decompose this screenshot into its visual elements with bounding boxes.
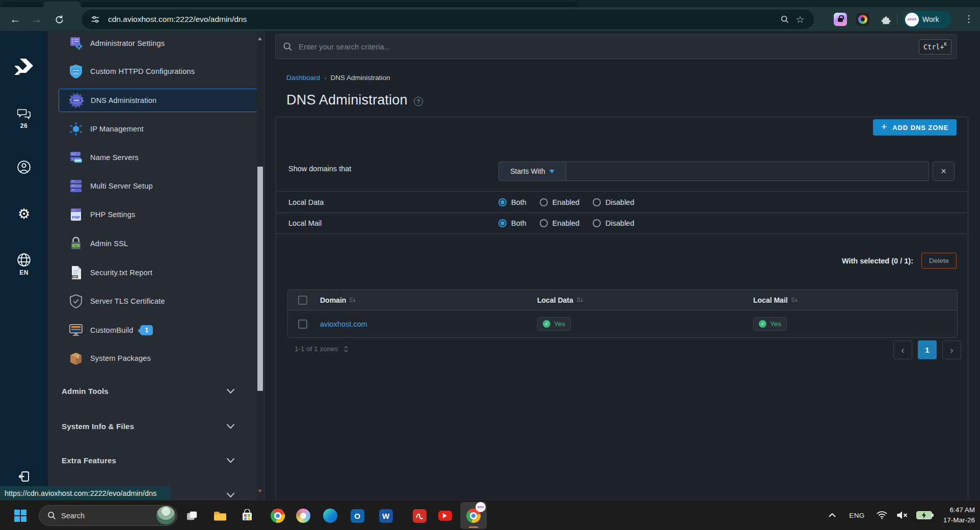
- up-down-arrows-icon[interactable]: [343, 346, 349, 353]
- domain-link[interactable]: avioxhost.com: [320, 320, 367, 328]
- clear-filter-button[interactable]: ×: [933, 162, 955, 181]
- domain-filter-input[interactable]: [566, 162, 929, 181]
- sort-icon[interactable]: [577, 297, 584, 303]
- browser-active-tab[interactable]: [44, 2, 81, 7]
- pagination-summary-row[interactable]: 1-1 of 1 zones: [295, 345, 349, 353]
- hidden-icons-button[interactable]: [829, 513, 836, 517]
- row-checkbox-cell: [288, 320, 312, 329]
- url-text[interactable]: cdn.avioxhost.com:2222/evo/admin/dns: [108, 15, 777, 24]
- show-domains-label: Show domains that: [288, 165, 351, 173]
- radio-local-mail-disabled[interactable]: Disabled: [593, 219, 634, 227]
- current-page-button[interactable]: 1: [918, 340, 937, 359]
- account-rail-button[interactable]: [0, 160, 48, 174]
- next-page-button[interactable]: ›: [942, 340, 961, 359]
- logout-rail-button[interactable]: [0, 470, 48, 483]
- zoom-page-icon[interactable]: [777, 12, 792, 27]
- radio-local-mail-enabled[interactable]: Enabled: [540, 219, 579, 227]
- custombuild-badge: 1: [140, 325, 153, 335]
- chrome-button[interactable]: [270, 508, 285, 523]
- header-domain[interactable]: Domain: [312, 296, 529, 304]
- taskbar-search-box[interactable]: Search: [39, 505, 177, 526]
- ip-network-icon: [68, 121, 84, 137]
- radio-local-data-enabled[interactable]: Enabled: [540, 198, 579, 206]
- prev-page-button[interactable]: ‹: [893, 340, 912, 359]
- sidebar-item-administrator-settings[interactable]: Administrator Settings: [59, 32, 258, 55]
- language-rail-button[interactable]: EN: [0, 253, 48, 276]
- directadmin-logo[interactable]: [0, 58, 48, 75]
- edge-button[interactable]: [323, 508, 338, 523]
- sidebar-section-admin-tools[interactable]: Admin Tools: [62, 384, 258, 398]
- toolbar-separator: [897, 14, 897, 24]
- sidebar-item-custombuild[interactable]: CustomBuild 1: [59, 319, 258, 342]
- sidebar-item-multi-server-setup[interactable]: Multi Server Setup: [59, 174, 258, 198]
- bookmark-star-icon[interactable]: ☆: [792, 12, 808, 27]
- chrome-active-button[interactable]: AVIOX: [460, 502, 487, 529]
- browser-profile-chip[interactable]: AVIOX Work: [903, 11, 951, 28]
- youtube-button[interactable]: [437, 508, 453, 523]
- task-view-button[interactable]: [184, 508, 199, 523]
- scroll-down-arrow[interactable]: [258, 490, 262, 495]
- header-local-mail[interactable]: Local Mail: [746, 296, 957, 304]
- sidebar-item-ip-management[interactable]: IP Management: [59, 117, 258, 141]
- search-input[interactable]: [299, 42, 919, 51]
- file-explorer-button[interactable]: [213, 508, 228, 523]
- sidebar-item-security-txt[interactable]: TXT Security.txt Report: [59, 261, 258, 284]
- header-local-data[interactable]: Local Data: [529, 296, 746, 304]
- local-data-filter-row: Local Data Both Enabled Disabled: [276, 191, 968, 213]
- select-all-checkbox[interactable]: [298, 296, 307, 305]
- start-button[interactable]: [13, 508, 28, 523]
- breadcrumb-dashboard[interactable]: Dashboard: [286, 74, 320, 82]
- microsoft-store-button[interactable]: [240, 508, 255, 523]
- sidebar-item-system-packages[interactable]: System Packages: [59, 347, 258, 370]
- section-label: System Info & Files: [62, 422, 134, 431]
- sidebar-item-admin-ssl[interactable]: SSL Admin SSL: [59, 232, 258, 255]
- clock[interactable]: 6:47 AM 17-Mar-26: [943, 505, 975, 525]
- messages-rail-button[interactable]: 26: [0, 109, 48, 129]
- sidebar-section-extra-features[interactable]: Extra Features: [62, 453, 258, 467]
- match-type-dropdown[interactable]: Starts With: [498, 162, 566, 181]
- browser-tab-group[interactable]: [82, 2, 577, 7]
- url-bar[interactable]: cdn.avioxhost.com:2222/evo/admin/dns ☆: [82, 10, 814, 29]
- radio-icon: [540, 198, 548, 206]
- outlook-button[interactable]: O: [350, 508, 365, 523]
- back-button[interactable]: ←: [7, 11, 23, 28]
- acrobat-button[interactable]: [412, 508, 427, 523]
- refresh-button[interactable]: [51, 11, 67, 28]
- delete-button[interactable]: Delete: [921, 253, 957, 269]
- sort-icon[interactable]: [791, 297, 798, 303]
- colorful-extension-icon[interactable]: [856, 13, 869, 26]
- radio-local-data-disabled[interactable]: Disabled: [593, 198, 634, 206]
- settings-rail-button[interactable]: ⚙: [0, 207, 48, 221]
- row-checkbox[interactable]: [298, 320, 307, 329]
- sidebar-item-dns-administration[interactable]: DNS DNS Administration: [59, 89, 258, 112]
- wifi-button[interactable]: [876, 511, 888, 520]
- extensions-puzzle-icon[interactable]: [880, 13, 893, 26]
- radio-local-mail-both[interactable]: Both: [498, 219, 526, 227]
- password-extension-icon[interactable]: [834, 13, 847, 26]
- help-icon[interactable]: ?: [414, 97, 423, 106]
- volume-button[interactable]: [896, 511, 908, 520]
- search-highlight-image[interactable]: [156, 506, 175, 525]
- sidebar-scrollbar-thumb[interactable]: [257, 167, 263, 391]
- word-button[interactable]: W: [378, 508, 393, 523]
- battery-indicator[interactable]: [916, 511, 932, 519]
- volume-muted-icon: [896, 511, 908, 520]
- add-dns-zone-button[interactable]: + ADD DNS ZONE: [873, 119, 957, 136]
- browser-tab[interactable]: [3, 2, 43, 7]
- sidebar-item-php-settings[interactable]: PHP PHP Settings: [59, 203, 258, 226]
- screen: ← → cdn.avioxhost.com:2222/evo/admin/dns…: [0, 0, 980, 530]
- sidebar-item-server-tls[interactable]: Server TLS Certificate: [59, 289, 258, 313]
- custombuild-monitor-icon: [68, 323, 84, 338]
- radio-local-data-both[interactable]: Both: [498, 198, 526, 206]
- language-indicator[interactable]: ENG: [849, 512, 864, 519]
- site-settings-icon[interactable]: [88, 12, 103, 27]
- browser-menu-icon[interactable]: ⋮: [962, 11, 975, 26]
- sidebar-item-custom-httpd[interactable]: HTTPD Custom HTTPD Configurations: [59, 60, 258, 83]
- sidebar-section-system-info[interactable]: System Info & Files: [62, 419, 258, 433]
- forward-button[interactable]: →: [29, 11, 45, 28]
- scroll-up-arrow[interactable]: [258, 35, 262, 40]
- sidebar-item-name-servers[interactable]: Name Servers: [59, 146, 258, 169]
- paint-button[interactable]: [296, 508, 311, 523]
- global-search-bar[interactable]: Ctrl+K: [275, 34, 957, 59]
- sort-icon[interactable]: [350, 297, 356, 303]
